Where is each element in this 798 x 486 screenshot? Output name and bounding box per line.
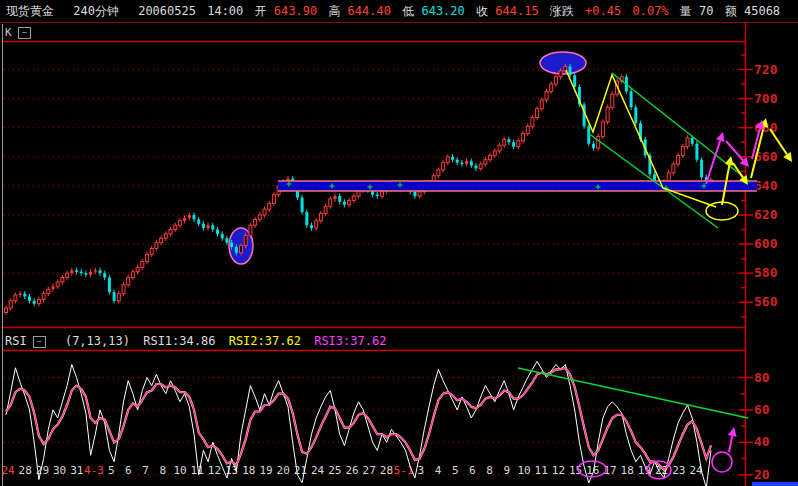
chart-canvas bbox=[0, 0, 798, 486]
trading-app-screen: 现货黄金 240分钟 20060525 14:00 开 643.90 高 644… bbox=[0, 0, 798, 486]
magenta-arrow bbox=[755, 120, 764, 130]
support-band-annotation bbox=[278, 181, 757, 191]
rsi-green-trendline bbox=[518, 368, 748, 418]
magenta-arrow bbox=[728, 427, 737, 437]
rsi3-line bbox=[6, 368, 711, 470]
support-band bbox=[278, 181, 757, 191]
gridlines bbox=[3, 70, 746, 475]
blue-circle-annotations bbox=[229, 52, 586, 264]
yellow-arrow bbox=[783, 152, 792, 162]
magenta-ellipse-annotation bbox=[712, 452, 732, 472]
forecast-arrows bbox=[706, 118, 792, 452]
panel-borders bbox=[0, 22, 798, 486]
rsi2-line bbox=[6, 368, 711, 470]
blue-ellipse-annotation bbox=[540, 52, 586, 74]
magenta-arrow bbox=[716, 132, 725, 142]
yellow-arrow bbox=[725, 156, 734, 166]
rsi-curves bbox=[6, 361, 748, 486]
yellow-wave-annotation bbox=[566, 70, 738, 220]
bottom-blue-bar bbox=[752, 482, 798, 486]
